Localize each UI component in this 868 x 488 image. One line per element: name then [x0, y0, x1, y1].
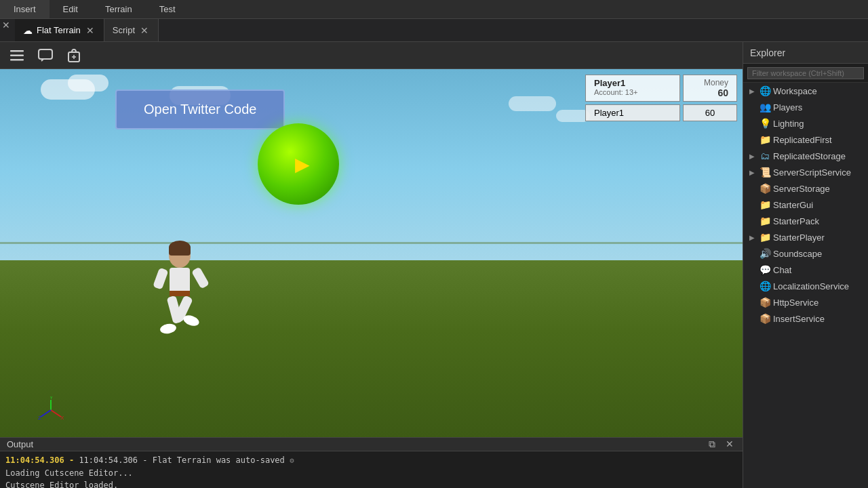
- chevron-replicated-storage: ▶: [747, 151, 757, 161]
- blank-chevron-9: [747, 281, 757, 291]
- chat-icon: 💬: [760, 264, 770, 275]
- player-account: Account: 13+: [594, 88, 671, 96]
- tab-flat-terrain[interactable]: ☁ Flat Terrain ✕: [15, 19, 104, 41]
- replicated-first-icon: 📁: [760, 134, 770, 145]
- output-close-button[interactable]: ✕: [724, 439, 736, 450]
- menu-insert[interactable]: Insert: [0, 0, 50, 18]
- player-row-name: Player1: [585, 104, 680, 121]
- insert-service-label: InsertService: [773, 314, 825, 324]
- blank-chevron-2: [747, 119, 757, 128]
- explorer-header: Explorer: [743, 42, 868, 64]
- tree-item-localization[interactable]: 🌐 LocalizationService: [743, 278, 868, 294]
- filter-input[interactable]: [747, 67, 864, 79]
- lighting-label: Lighting: [773, 119, 804, 129]
- soundscape-icon: 🔊: [760, 248, 770, 259]
- svg-rect-13: [191, 267, 210, 289]
- svg-rect-9: [169, 246, 191, 256]
- starter-player-label: StarterPlayer: [773, 232, 825, 243]
- app-close-button[interactable]: ✕: [0, 19, 12, 31]
- player-row-money: 60: [683, 104, 737, 121]
- output-line-1: 11:04:54.306 - 11:04:54.306 - Flat Terra…: [5, 454, 737, 467]
- menu-terrain[interactable]: Terrain: [92, 0, 146, 18]
- chat-label: Chat: [773, 265, 791, 275]
- main-layout: Open Twitter Code ▶: [0, 42, 868, 488]
- ground: [0, 260, 743, 437]
- chevron-server-script: ▶: [747, 167, 757, 177]
- blank-chevron-10: [747, 298, 757, 307]
- player-info-overlay: Player1 Account: 13+ Money 60 Player1 60: [585, 75, 737, 121]
- blank-chevron-3: [747, 135, 757, 144]
- tree-item-starter-player[interactable]: ▶ 📁 StarterPlayer: [743, 229, 868, 245]
- output-content: 11:04:54.306 - 11:04:54.306 - Flat Terra…: [0, 451, 743, 488]
- player-header-row: Player1 Account: 13+ Money 60: [585, 75, 737, 102]
- starter-pack-icon: 📁: [760, 216, 770, 226]
- svg-point-16: [159, 323, 177, 335]
- players-label: Players: [773, 102, 802, 113]
- tree-item-starter-gui[interactable]: 📁 StarterGui: [743, 197, 868, 213]
- output-popout-button[interactable]: ⧉: [706, 439, 718, 450]
- starter-pack-label: StarterPack: [773, 216, 819, 226]
- filter-bar: [743, 64, 868, 83]
- tree-item-http-service[interactable]: 📦 HttpService: [743, 294, 868, 310]
- output-line-2: Loading Cutscene Editor...: [5, 467, 737, 479]
- cloud-icon: ☁: [23, 25, 33, 36]
- output-timestamp-1: 11:04:54.306 -: [5, 455, 79, 465]
- tree-item-chat[interactable]: 💬 Chat: [743, 262, 868, 278]
- tab-flat-terrain-close[interactable]: ✕: [85, 25, 96, 36]
- insert-service-icon: 📦: [760, 313, 770, 324]
- starter-gui-icon: 📁: [760, 199, 770, 210]
- menu-test[interactable]: Test: [146, 0, 189, 18]
- tree-item-lighting[interactable]: 💡 Lighting: [743, 115, 868, 131]
- workspace-icon: 🌐: [760, 85, 770, 96]
- http-service-icon: 📦: [760, 297, 770, 308]
- server-script-label: ServerScriptService: [773, 167, 851, 178]
- tree-item-players[interactable]: 👥 Players: [743, 99, 868, 115]
- svg-rect-12: [153, 268, 168, 290]
- terrain-horizon: [0, 242, 743, 244]
- player-character: [149, 241, 210, 349]
- player-name: Player1: [594, 78, 671, 88]
- chat-bubble-icon[interactable]: [35, 45, 56, 66]
- server-script-icon: 📜: [760, 167, 770, 178]
- tree-item-insert-service[interactable]: 📦 InsertService: [743, 310, 868, 327]
- explorer-panel: Explorer ▶ 🌐 Workspace 👥 Players 💡 Li: [743, 42, 868, 488]
- soundscape-label: Soundscape: [773, 249, 822, 259]
- tree-item-workspace[interactable]: ▶ 🌐 Workspace: [743, 83, 868, 99]
- blank-chevron-7: [747, 249, 757, 258]
- menu-edit[interactable]: Edit: [50, 0, 92, 18]
- orb-arrow-icon: ▶: [295, 153, 310, 176]
- players-icon: 👥: [760, 102, 770, 113]
- tab-script-close[interactable]: ✕: [139, 25, 150, 36]
- chevron-down-icon: ▶: [747, 86, 757, 96]
- server-storage-label: ServerStorage: [773, 184, 830, 194]
- tree-item-server-storage[interactable]: 📦 ServerStorage: [743, 180, 868, 197]
- player-name-box: Player1 Account: 13+: [585, 75, 680, 102]
- green-orb: ▶: [258, 123, 339, 205]
- svg-text:X: X: [60, 415, 64, 421]
- tree-item-server-script[interactable]: ▶ 📜 ServerScriptService: [743, 164, 868, 180]
- starter-player-icon: 📁: [760, 232, 770, 243]
- money-box: Money 60: [683, 75, 737, 102]
- localization-icon: 🌐: [760, 281, 770, 291]
- lighting-icon: 💡: [760, 118, 770, 129]
- tree-item-replicated-storage[interactable]: ▶ 🗂 ReplicatedStorage: [743, 148, 868, 164]
- output-line-3: Cutscene Editor loaded.: [5, 479, 737, 488]
- http-service-label: HttpService: [773, 298, 818, 308]
- chevron-starter-player: ▶: [747, 232, 757, 242]
- backpack-icon[interactable]: [64, 45, 84, 66]
- player-stat-row: Player1 60: [585, 104, 737, 121]
- svg-rect-2: [10, 59, 24, 61]
- hamburger-menu-icon[interactable]: [7, 45, 27, 66]
- tree-item-starter-pack[interactable]: 📁 StarterPack: [743, 213, 868, 229]
- viewport[interactable]: Open Twitter Code ▶: [0, 69, 743, 437]
- tab-script[interactable]: Script ✕: [104, 19, 159, 41]
- tree-list: ▶ 🌐 Workspace 👥 Players 💡 Lighting 📁 Re: [743, 83, 868, 488]
- tree-item-replicated-first[interactable]: 📁 ReplicatedFirst: [743, 131, 868, 148]
- twitter-code-button[interactable]: Open Twitter Code: [115, 89, 285, 129]
- blank-chevron: [747, 102, 757, 112]
- starter-gui-label: StarterGui: [773, 200, 813, 210]
- tab-flat-terrain-label: Flat Terrain: [37, 25, 81, 35]
- cloud-2: [68, 75, 108, 92]
- tree-item-soundscape[interactable]: 🔊 Soundscape: [743, 245, 868, 262]
- blank-chevron-8: [747, 265, 757, 274]
